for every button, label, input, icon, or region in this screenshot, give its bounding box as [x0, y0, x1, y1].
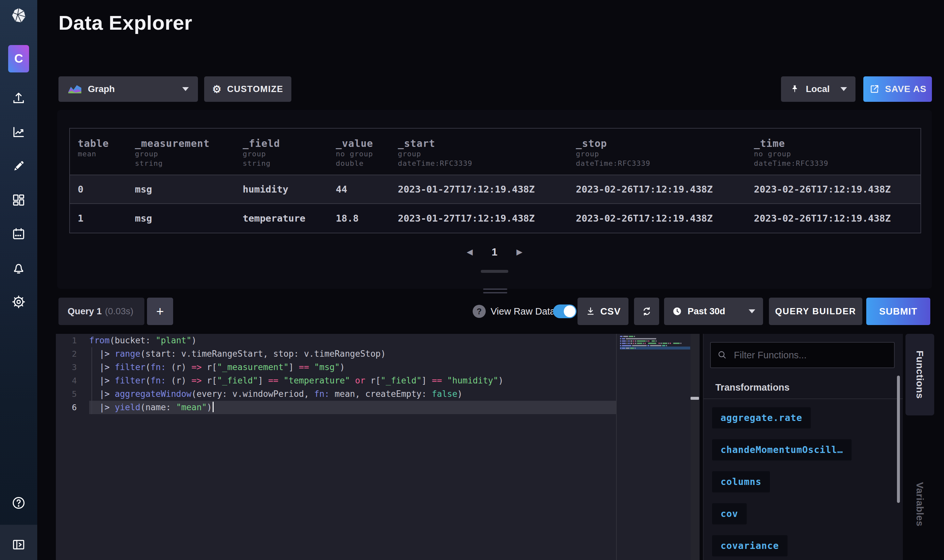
- function-list: aggregate.ratechandeMomentumOscill…colum…: [712, 407, 851, 556]
- time-range-label: Past 30d: [688, 306, 725, 317]
- code-line: 1from(bucket: "plant"): [56, 334, 616, 347]
- tab-variables[interactable]: Variables: [905, 465, 934, 543]
- line-number: 5: [56, 388, 89, 401]
- table-cell: 2023-02-26T17:12:19.438Z: [568, 184, 746, 195]
- org-avatar[interactable]: C: [8, 45, 29, 72]
- view-raw-data-toggle[interactable]: [553, 305, 577, 318]
- query-tab-label: Query 1: [68, 306, 102, 317]
- upload-icon[interactable]: [11, 90, 27, 106]
- graph-icon[interactable]: [11, 124, 27, 140]
- editor-scrollbar-handle[interactable]: [691, 397, 699, 400]
- pagination: ◀ 1 ▶: [57, 242, 932, 262]
- code-line: 4 |> filter(fn: (r) => r["_field"] == "t…: [56, 374, 616, 388]
- table-cell: msg: [127, 213, 235, 224]
- chevron-down-icon: [841, 87, 847, 91]
- csv-label: CSV: [600, 306, 621, 317]
- expand-sidebar-icon[interactable]: [11, 537, 27, 553]
- functions-scrollbar[interactable]: [897, 375, 900, 503]
- tab-functions[interactable]: Functions: [905, 334, 934, 415]
- scope-label: Local: [806, 84, 830, 94]
- area-chart-icon: [68, 83, 82, 95]
- table-cell: 2023-02-26T17:12:19.438Z: [746, 184, 921, 195]
- editor-boundary: [616, 334, 617, 560]
- customize-label: CUSTOMIZE: [227, 84, 283, 94]
- next-page-button[interactable]: ▶: [517, 248, 522, 257]
- edit-icon[interactable]: [11, 158, 27, 174]
- functions-panel: Transformations aggregate.ratechandeMome…: [703, 334, 903, 560]
- visualization-type-dropdown[interactable]: Graph: [59, 76, 198, 102]
- table-column-header: _fieldgroupstring: [235, 129, 328, 175]
- table-body: 0msghumidity442023-01-27T17:12:19.438Z20…: [70, 175, 921, 233]
- raw-data-help-icon[interactable]: ?: [473, 305, 486, 318]
- line-number: 3: [56, 361, 89, 374]
- horizontal-scrollbar[interactable]: [481, 270, 508, 273]
- minimap-line: [620, 336, 690, 337]
- prev-page-button[interactable]: ◀: [467, 248, 473, 257]
- code-line: 6 |> yield(name: "mean"): [56, 401, 616, 414]
- function-item[interactable]: aggregate.rate: [712, 407, 811, 428]
- function-item[interactable]: cov: [712, 503, 747, 525]
- text-cursor: [213, 402, 214, 412]
- panel-resize-handle[interactable]: [483, 288, 507, 296]
- save-as-label: SAVE AS: [885, 84, 927, 94]
- code-lines: 1from(bucket: "plant")2 |> range(start: …: [56, 334, 616, 414]
- function-item[interactable]: chandeMomentumOscill…: [712, 439, 851, 460]
- add-query-button[interactable]: +: [147, 298, 173, 325]
- data-explorer-screen: C Data Explorer: [0, 0, 944, 560]
- save-as-button[interactable]: SAVE AS: [863, 76, 932, 102]
- refresh-icon: [641, 305, 652, 317]
- customize-button[interactable]: ⚙ CUSTOMIZE: [204, 76, 292, 102]
- function-item[interactable]: columns: [712, 471, 770, 492]
- table-cell: 2023-01-27T17:12:19.438Z: [390, 213, 568, 224]
- function-search-input[interactable]: [733, 349, 887, 361]
- scope-dropdown[interactable]: Local: [781, 76, 856, 102]
- code-area[interactable]: 1from(bucket: "plant")2 |> range(start: …: [56, 334, 616, 560]
- indent-guide: [91, 347, 92, 414]
- minimap[interactable]: [620, 336, 690, 350]
- page-number: 1: [492, 246, 497, 258]
- minimap-line: [620, 343, 690, 344]
- help-icon[interactable]: [11, 495, 27, 511]
- gear-icon: ⚙: [212, 84, 222, 94]
- tab-variables-label: Variables: [914, 482, 925, 526]
- table-column-header: _startgroupdateTime:RFC3339: [390, 129, 568, 175]
- table-cell: msg: [127, 184, 235, 195]
- table-cell: 44: [328, 184, 390, 195]
- table-header: tablemean_measurementgroupstring_fieldgr…: [70, 129, 921, 175]
- chevron-down-icon: [182, 87, 189, 91]
- table-row: 0msghumidity442023-01-27T17:12:19.438Z20…: [70, 175, 921, 204]
- csv-download-button[interactable]: CSV: [577, 298, 628, 325]
- raw-data-table: tablemean_measurementgroupstring_fieldgr…: [69, 128, 921, 233]
- editor-scrollbar-track: [691, 334, 699, 560]
- tab-functions-label: Functions: [914, 351, 925, 399]
- clock-icon: [672, 306, 682, 317]
- line-number: 4: [56, 374, 89, 388]
- table-cell: 2023-01-27T17:12:19.438Z: [390, 184, 568, 195]
- dashboards-icon[interactable]: [11, 192, 27, 208]
- table-cell: 0: [70, 184, 127, 195]
- bell-icon[interactable]: [11, 260, 27, 276]
- table-column-header: _stopgroupdateTime:RFC3339: [568, 129, 746, 175]
- flux-editor: 1from(bucket: "plant")2 |> range(start: …: [56, 334, 700, 560]
- table-cell: 2023-02-26T17:12:19.438Z: [746, 213, 921, 224]
- page-title: Data Explorer: [59, 11, 193, 34]
- query-builder-button[interactable]: QUERY BUILDER: [769, 298, 862, 325]
- refresh-button[interactable]: [634, 298, 659, 325]
- submit-button[interactable]: SUBMIT: [866, 298, 930, 325]
- influxdb-logo-icon[interactable]: [9, 6, 28, 25]
- settings-icon[interactable]: [11, 294, 27, 310]
- table-cell: 2023-02-26T17:12:19.438Z: [568, 213, 746, 224]
- search-icon: [717, 349, 727, 361]
- download-icon: [585, 306, 596, 317]
- minimap-line: [620, 345, 690, 346]
- table-column-header: _valueno groupdouble: [328, 129, 390, 175]
- query-tab[interactable]: Query 1 (0.03s): [59, 298, 144, 325]
- pin-icon: [790, 84, 800, 94]
- code-line: 3 |> filter(fn: (r) => r["_measurement"]…: [56, 361, 616, 374]
- function-item[interactable]: covariance: [712, 535, 788, 556]
- code-line: 5 |> aggregateWindow(every: v.windowPeri…: [56, 388, 616, 401]
- calendar-icon[interactable]: [11, 226, 27, 242]
- time-range-dropdown[interactable]: Past 30d: [664, 298, 763, 325]
- function-category-header: Transformations: [703, 376, 903, 399]
- table-cell: temperature: [235, 213, 328, 224]
